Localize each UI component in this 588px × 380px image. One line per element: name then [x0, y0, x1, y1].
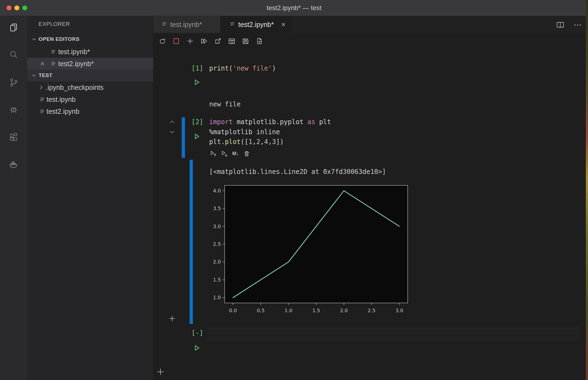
titlebar: test2.ipynb* — test: [0, 0, 588, 16]
open-editor-label: test.ipynb*: [58, 48, 90, 56]
zoom-window-button[interactable]: [22, 5, 27, 10]
close-window-button[interactable]: [7, 5, 11, 10]
search-icon[interactable]: [9, 50, 18, 60]
plus-icon: [186, 37, 194, 45]
tab-test-ipynb[interactable]: test.ipynb*: [153, 16, 221, 33]
cell-2-execution-count: [2]: [191, 117, 203, 127]
close-editor-icon[interactable]: [40, 61, 45, 66]
run-all-cells-button[interactable]: [199, 36, 209, 47]
chevron-up-icon: [169, 119, 175, 125]
save-notebook-button[interactable]: [240, 36, 251, 47]
extensions-icon[interactable]: [9, 132, 18, 142]
export-icon: [214, 37, 222, 45]
svg-text:1.5: 1.5: [312, 308, 320, 313]
tree-item-test-ipynb[interactable]: test.ipynb: [27, 93, 153, 105]
variable-explorer-button[interactable]: [226, 36, 237, 47]
export-button[interactable]: [212, 36, 223, 47]
run-cell-1-button[interactable]: [193, 78, 201, 86]
restart-kernel-button[interactable]: [157, 36, 168, 47]
traffic-lights: [7, 0, 27, 16]
tab-label: test.ipynb*: [170, 21, 202, 29]
trash-icon: [243, 150, 250, 157]
workspace-label: TEST: [39, 72, 52, 78]
notebook-cells: [1] print('new file') new file [2]: [153, 49, 588, 380]
plus-icon: [156, 368, 165, 376]
run-cell-3-button[interactable]: [193, 344, 201, 352]
open-editors-section-header[interactable]: OPEN EDITORS: [27, 33, 153, 45]
notebook-file-icon: [51, 61, 56, 66]
svg-text:2.5: 2.5: [368, 308, 376, 313]
convert-to-script-button[interactable]: [254, 36, 265, 47]
svg-text:0.5: 0.5: [257, 308, 265, 313]
code-line: print('new file'): [209, 63, 276, 73]
notebook-file-icon: [51, 49, 56, 54]
desktop-wallpaper-strip: [586, 0, 588, 380]
cell-1-code[interactable]: print('new file'): [209, 63, 276, 73]
chevron-down-icon: [31, 36, 37, 42]
tree-item-test2-ipynb[interactable]: test2.ipynb: [27, 105, 153, 117]
tab-bar: test.ipynb* test2.ipynb* ⋯: [153, 16, 588, 33]
run-cell-2-button[interactable]: [193, 133, 201, 140]
ellipsis-icon: ⋯: [574, 21, 582, 29]
run-icon: [193, 78, 201, 86]
convert-to-markdown-button[interactable]: M↓: [231, 149, 240, 158]
interrupt-kernel-icon: [172, 37, 180, 45]
cell-2-toolbar: M↓: [209, 149, 251, 158]
cell-3-execution-count: [-]: [191, 328, 203, 338]
tree-item-ipynb-checkpoints[interactable]: .ipynb_checkpoints: [27, 81, 153, 93]
notebook-toolbar: [153, 33, 588, 49]
svg-text:2.0: 2.0: [340, 308, 348, 313]
delete-cell-button[interactable]: [243, 149, 251, 158]
cell-1-output: new file: [209, 99, 241, 109]
split-editor-button[interactable]: [556, 20, 565, 29]
open-editor-item-test2-ipynb[interactable]: test2.ipynb*: [27, 58, 153, 70]
explorer-icon[interactable]: [9, 23, 18, 32]
docker-icon[interactable]: [9, 159, 18, 169]
open-editor-item-test-ipynb[interactable]: test.ipynb*: [27, 46, 153, 58]
plus-icon: [169, 315, 176, 322]
notebook-file-icon: [162, 21, 167, 28]
run-cell-and-below-button[interactable]: [220, 149, 228, 158]
open-editors-label: OPEN EDITORS: [39, 36, 79, 42]
add-cell-bottom-button[interactable]: [156, 368, 165, 377]
run-and-debug-icon[interactable]: [9, 105, 18, 114]
focused-cell-indicator: [182, 117, 185, 158]
cell-2-code[interactable]: import matplotlib.pyplot as plt %matplot…: [209, 117, 331, 147]
interrupt-kernel-button[interactable]: [171, 36, 182, 47]
minimize-window-button[interactable]: [14, 5, 19, 10]
workspace-section-header-test[interactable]: TEST: [27, 69, 153, 81]
grid-icon: [228, 37, 236, 45]
chevron-down-icon: [31, 73, 37, 78]
run-above-icon: [210, 150, 217, 157]
run-below-icon: [221, 150, 228, 157]
notebook-file-icon: [230, 21, 235, 28]
collapse-input-button[interactable]: [169, 119, 175, 125]
tab-test2-ipynb[interactable]: test2.ipynb*: [221, 16, 291, 33]
svg-text:3.5: 3.5: [213, 206, 221, 211]
sidebar-explorer: EXPLORER OPEN EDITORS test.ipynb*: [27, 16, 153, 380]
collapse-output-button[interactable]: [169, 129, 175, 135]
activity-bar: [0, 16, 27, 380]
close-tab-icon[interactable]: [281, 22, 286, 27]
svg-text:2.5: 2.5: [213, 241, 221, 247]
tab-label: test2.ipynb*: [238, 21, 274, 29]
add-cell-button[interactable]: [185, 36, 196, 47]
tree-item-label: test2.ipynb: [47, 108, 79, 115]
source-control-icon[interactable]: [9, 78, 18, 87]
empty-cell-input[interactable]: [208, 328, 580, 340]
export-script-icon: [256, 37, 263, 45]
more-actions-button[interactable]: ⋯: [573, 20, 582, 29]
plot-svg: 0.00.51.01.52.02.53.01.01.52.02.53.03.54…: [209, 178, 413, 317]
sidebar-title: EXPLORER: [39, 21, 70, 27]
run-icon: [193, 133, 201, 140]
cell-1-execution-count: [1]: [191, 63, 203, 73]
vscode-window: test2.ipynb* — test: [0, 0, 588, 380]
open-editor-label: test2.ipynb*: [58, 60, 94, 68]
save-icon: [242, 37, 249, 45]
svg-text:1.5: 1.5: [213, 277, 221, 283]
code-line: import matplotlib.pyplot as plt: [209, 117, 331, 127]
run-cells-above-button[interactable]: [209, 149, 217, 158]
svg-text:2.0: 2.0: [213, 259, 221, 265]
notebook-file-icon: [39, 109, 45, 114]
add-cell-below-button[interactable]: [169, 315, 176, 323]
